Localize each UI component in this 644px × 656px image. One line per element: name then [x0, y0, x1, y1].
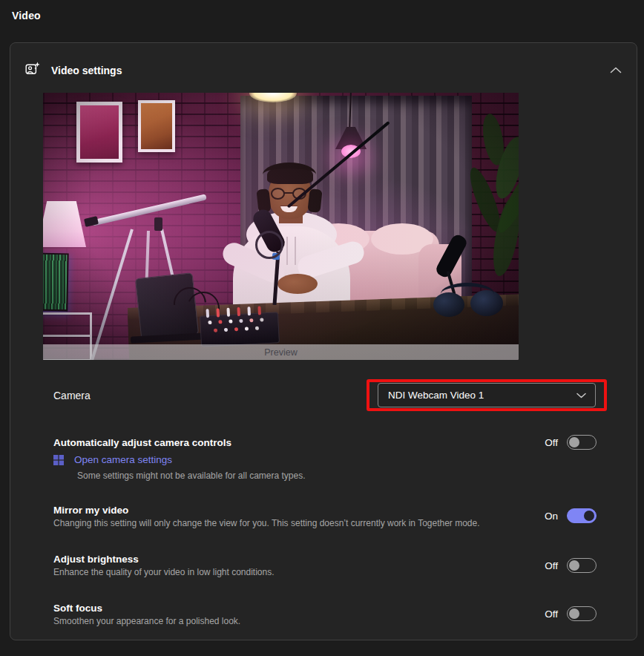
setting-desc-auto-adjust: Some settings might not be available for…: [77, 470, 306, 481]
video-settings-panel: Video settings: [10, 42, 637, 640]
setting-title-auto-adjust: Automatically adjust camera controls: [53, 437, 231, 448]
desk-headphones: [433, 286, 503, 318]
open-camera-settings-label: Open camera settings: [74, 454, 172, 465]
chevron-down-icon: [576, 393, 586, 398]
wall-picture-frame: [76, 102, 122, 163]
toggle-mirror-video[interactable]: On: [545, 508, 597, 523]
mic-shockmount: [255, 231, 283, 259]
wall-picture-frame: [138, 100, 175, 152]
green-screen-monitor: [43, 253, 69, 312]
setting-title-soft-focus: Soft focus: [53, 603, 102, 614]
audio-mixer: [200, 312, 280, 347]
toggle-soft-focus[interactable]: Off: [545, 606, 597, 621]
camera-preview-image: Preview: [43, 93, 519, 360]
camera-label: Camera: [53, 390, 91, 401]
telescope-mount: [154, 217, 162, 231]
headphones: [263, 163, 316, 186]
person-figure: [221, 164, 364, 320]
toggle-adjust-brightness[interactable]: Off: [545, 558, 597, 573]
video-settings-icon: [25, 62, 40, 76]
open-camera-settings-link[interactable]: Open camera settings: [53, 454, 172, 465]
clasped-hands: [277, 274, 318, 294]
setting-desc-soft-focus: Smoothen your appearance for a polished …: [53, 616, 240, 626]
camera-device-dropdown[interactable]: NDI Webcam Video 1: [378, 383, 596, 407]
toggle-state-label: Off: [545, 609, 558, 620]
preview-label: Preview: [264, 347, 297, 358]
page-title: Video: [12, 10, 41, 22]
setting-desc-brightness: Enhance the quality of your video in low…: [53, 567, 275, 577]
toggle-switch-off[interactable]: [567, 558, 597, 573]
glasses: [271, 188, 285, 200]
camera-device-selected: NDI Webcam Video 1: [388, 390, 484, 401]
toggle-state-label: On: [545, 511, 558, 522]
toggle-auto-adjust[interactable]: Off: [545, 435, 597, 450]
windows-icon: [53, 455, 64, 465]
panel-title: Video settings: [51, 65, 122, 76]
setting-desc-mirror: Changing this setting will only change t…: [53, 518, 558, 528]
toggle-switch-off[interactable]: [567, 435, 597, 450]
toggle-state-label: Off: [545, 437, 558, 448]
toggle-switch-on[interactable]: [567, 508, 597, 523]
toggle-switch-off[interactable]: [567, 606, 597, 621]
collapse-section-button[interactable]: [604, 59, 628, 80]
setting-title-brightness: Adjust brightness: [53, 554, 139, 565]
plant: [476, 114, 519, 299]
setting-title-mirror: Mirror my video: [53, 505, 128, 516]
preview-label-bar: Preview: [43, 344, 519, 360]
toggle-state-label: Off: [545, 560, 558, 571]
chevron-up-icon: [610, 67, 622, 73]
